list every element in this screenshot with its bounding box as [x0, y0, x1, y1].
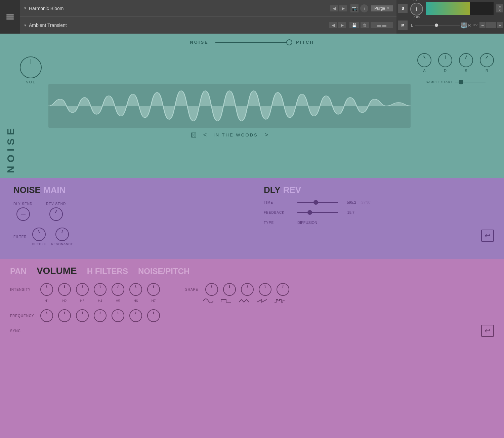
sync-lfo-label: SYNC — [10, 329, 21, 333]
lfo-tab-volume[interactable]: VOLUME — [37, 266, 77, 276]
freq-h3-knob[interactable] — [76, 309, 89, 322]
intensity-label: INTENSITY — [10, 288, 35, 291]
delete-icon[interactable]: 🗑 — [361, 22, 369, 28]
sync-label: SYNC — [361, 201, 371, 204]
svg-rect-1 — [6, 16, 14, 17]
resonance-knob[interactable] — [55, 228, 69, 241]
freq-h1-knob[interactable] — [40, 309, 53, 322]
time-slider[interactable] — [297, 202, 338, 203]
adsr-s-knob[interactable] — [459, 53, 473, 67]
tune-label: Tune — [413, 0, 420, 2]
nav-prev-sub[interactable]: ◀ — [329, 22, 337, 28]
m-button[interactable]: M — [398, 21, 408, 30]
intensity-h1-knob[interactable] — [40, 283, 53, 296]
intensity-h5-knob[interactable] — [112, 283, 124, 296]
level-meter — [426, 2, 494, 15]
purge-button[interactable]: Purge ▼ — [371, 5, 393, 11]
shape-knob-4[interactable] — [259, 283, 271, 296]
sample-start-slider[interactable] — [455, 82, 486, 82]
shape-knob-2[interactable] — [223, 283, 236, 296]
h1-label: H1 — [40, 299, 53, 303]
minus-button[interactable]: − — [479, 22, 486, 28]
rev-send-knob[interactable] — [49, 207, 63, 221]
back-button-lfo[interactable]: ↩ — [481, 325, 494, 337]
cutoff-knob[interactable] — [32, 228, 46, 241]
link-icon[interactable]: ⚓ — [461, 23, 467, 28]
sub-instrument-name: Ambient Transient — [29, 23, 329, 28]
shape-knob-5[interactable] — [277, 283, 289, 296]
vol-knob[interactable] — [20, 56, 42, 78]
shape-knob-1[interactable] — [205, 283, 218, 296]
intensity-h3-knob[interactable] — [76, 283, 89, 296]
feedback-knob[interactable] — [307, 210, 312, 215]
camera-icon[interactable]: 📷 — [350, 4, 359, 12]
collapse-arrow-main[interactable]: ▼ — [24, 6, 27, 10]
collapse-arrow-sub[interactable]: ▼ — [24, 24, 27, 27]
noise-pitch-knob[interactable] — [286, 39, 292, 45]
save-icon[interactable]: 💾 — [349, 22, 359, 28]
noise-label: NOISE — [190, 40, 208, 45]
plus-button[interactable]: + — [497, 22, 503, 28]
time-knob[interactable] — [313, 200, 318, 205]
noise-pitch-slider[interactable] — [215, 42, 289, 43]
h6-label: H6 — [129, 299, 142, 303]
shape-knob-3[interactable] — [241, 283, 254, 296]
menu-icon[interactable] — [0, 0, 20, 34]
adsr-r-knob[interactable] — [480, 53, 494, 67]
tune-knob[interactable] — [410, 3, 423, 15]
sample-start-label: SAMPLE START — [426, 80, 453, 84]
sample-start-knob[interactable] — [459, 80, 463, 84]
filter-label: FILTER — [13, 235, 27, 239]
noise-main-section: NOISE MAIN DLY SEND REV SEND F — [0, 178, 504, 259]
l-label[interactable]: L — [411, 24, 413, 27]
dice-icon[interactable]: ⚄ — [191, 131, 197, 139]
lfo-section: PAN VOLUME H FILTERS NOISE/PITCH INTENSI… — [0, 259, 504, 438]
sample-nav-prev[interactable]: < — [203, 131, 207, 138]
lfo-tab-hfilters[interactable]: H FILTERS — [87, 267, 128, 276]
h3-label: H3 — [76, 299, 89, 303]
freq-h4-knob[interactable] — [94, 309, 107, 322]
shape-knobs — [205, 283, 289, 296]
intensity-h7-knob[interactable] — [147, 283, 160, 296]
dly-send-knob[interactable] — [16, 207, 30, 221]
freq-h6-knob[interactable] — [129, 309, 142, 322]
r-label[interactable]: R — [468, 24, 471, 27]
freq-h5-knob[interactable] — [112, 309, 124, 322]
sample-name: IN THE WOODS — [213, 132, 258, 137]
feedback-slider[interactable] — [297, 212, 338, 213]
rev-send-label: REV SEND — [46, 202, 66, 206]
freq-h7-knob[interactable] — [147, 309, 160, 322]
info-icon[interactable]: i — [360, 4, 368, 12]
nav-next-main[interactable]: ▶ — [339, 5, 347, 11]
lr-knob[interactable] — [435, 24, 438, 27]
intensity-h6-knob[interactable] — [129, 283, 142, 296]
adsr-r-label: R — [486, 69, 488, 73]
noise-vertical-label: NOISE — [3, 48, 18, 175]
options-bar[interactable]: ▬ ▬ — [371, 22, 393, 28]
nav-next-sub[interactable]: ▶ — [338, 22, 346, 28]
intensity-h4-knob[interactable] — [94, 283, 107, 296]
nav-prev-main[interactable]: ◀ — [330, 5, 338, 11]
resonance-label: RESONANCE — [51, 242, 73, 246]
type-label: TYPE — [264, 221, 294, 225]
lfo-tab-pan[interactable]: PAN — [10, 267, 27, 276]
shape-label: SHAPE — [185, 288, 202, 291]
h4-label: H4 — [94, 299, 107, 303]
intensity-h2-knob[interactable] — [58, 283, 71, 296]
feedback-value: 15.7 — [341, 210, 354, 214]
slider-mini[interactable] — [486, 22, 496, 28]
intensity-knobs — [40, 283, 160, 296]
lfo-tab-noisepitch[interactable]: NOISE/PITCH — [138, 267, 190, 276]
adsr-a-knob[interactable] — [417, 53, 431, 67]
sample-nav-next[interactable]: > — [265, 131, 268, 138]
back-button-noise-main[interactable]: ↩ — [264, 230, 494, 242]
s-button[interactable]: S — [398, 4, 408, 13]
h2-label: H2 — [58, 299, 71, 303]
dly-send-label: DLY SEND — [13, 202, 33, 206]
adsr-a-label: A — [423, 69, 425, 73]
type-value: DIFFUSION — [297, 221, 317, 225]
svg-rect-2 — [6, 18, 14, 19]
freq-h2-knob[interactable] — [58, 309, 71, 322]
adsr-d-knob[interactable] — [438, 53, 452, 67]
lr-slider[interactable] — [415, 25, 460, 26]
